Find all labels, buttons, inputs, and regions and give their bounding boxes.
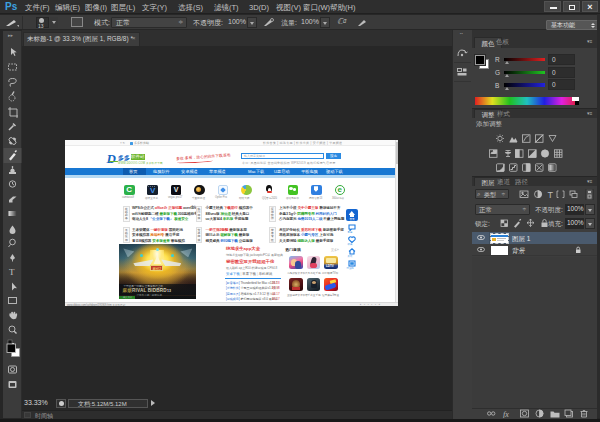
svg-text:T: T [9, 267, 15, 277]
svg-text:fx: fx [503, 410, 509, 419]
svg-text:T: T [548, 190, 554, 200]
